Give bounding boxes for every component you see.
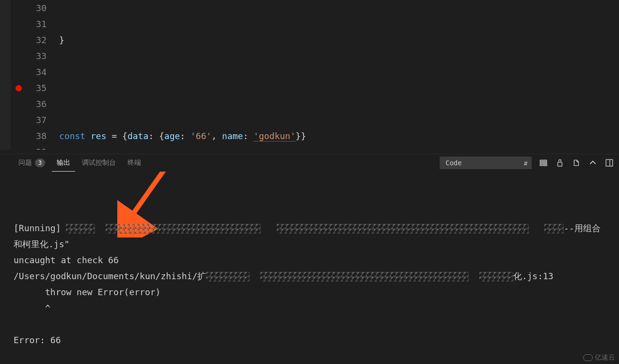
select-value: Code	[445, 159, 462, 167]
line-number: 34	[11, 64, 47, 80]
problems-count-badge: 3	[35, 158, 45, 167]
redacted-block	[260, 272, 469, 282]
tab-label: 问题	[18, 158, 32, 167]
svg-rect-0	[540, 160, 547, 161]
line-number: 31	[11, 16, 47, 32]
svg-rect-2	[540, 164, 544, 165]
line-number: 38	[11, 128, 47, 144]
redacted-block	[479, 272, 513, 282]
line-number: 32	[11, 32, 47, 48]
redacted-block	[106, 224, 261, 234]
bottom-panel: 问题 3 输出 调试控制台 终端 Code ⇵	[0, 154, 619, 364]
line-number: 39	[11, 144, 47, 150]
watermark: 亿速云	[583, 353, 615, 362]
output-line: [Running]	[14, 223, 66, 233]
svg-rect-1	[540, 162, 547, 163]
tab-terminal[interactable]: 终端	[123, 154, 146, 172]
svg-rect-6	[606, 159, 613, 166]
code-token: const	[59, 131, 85, 141]
redacted-block	[206, 272, 250, 282]
chevron-up-icon[interactable]	[588, 158, 598, 168]
open-file-icon[interactable]	[571, 158, 581, 168]
line-number-gutter: 30 31 32 33 34 35 36 37 38 39 40	[11, 0, 59, 150]
chevron-updown-icon: ⇵	[524, 159, 528, 167]
panel-toolbar: Code ⇵	[440, 157, 614, 169]
output-line: uncaught at check 66	[14, 255, 119, 265]
tab-label: 调试控制台	[82, 158, 116, 167]
code-token: }	[59, 35, 64, 45]
activity-bar	[0, 0, 11, 150]
output-line: Error: 66	[14, 335, 61, 345]
code-content[interactable]: } const res = {data: {age: '66', name: '…	[59, 0, 619, 150]
tab-label: 输出	[57, 158, 70, 167]
tab-output[interactable]: 输出	[52, 154, 75, 172]
output-line: /Users/godkun/Documents/kun/zhishi/扩	[14, 271, 206, 281]
lock-scroll-icon[interactable]	[555, 158, 565, 168]
svg-line-9	[126, 172, 175, 224]
output-channel-select[interactable]: Code ⇵	[440, 157, 532, 169]
output-content[interactable]: [Running] --用组合和柯里化.js" uncaught at chec…	[0, 172, 619, 364]
line-number: 37	[11, 112, 47, 128]
svg-rect-5	[558, 162, 562, 166]
line-number: 36	[11, 96, 47, 112]
output-line: ^	[14, 303, 50, 313]
redacted-block	[66, 224, 95, 234]
output-line: 化.js:13	[513, 271, 554, 281]
editor-area[interactable]: 30 31 32 33 34 35 36 37 38 39 40 } const…	[0, 0, 619, 150]
tab-problems[interactable]: 问题 3	[14, 154, 50, 172]
toggle-panel-layout-icon[interactable]	[604, 158, 614, 168]
panel-tab-bar: 问题 3 输出 调试控制台 终端 Code ⇵	[0, 154, 619, 172]
tab-debug-console[interactable]: 调试控制台	[77, 154, 121, 172]
redacted-block	[544, 224, 564, 234]
watermark-text: 亿速云	[595, 353, 615, 362]
line-number: 33	[11, 48, 47, 64]
redacted-block	[277, 224, 529, 234]
clear-output-icon[interactable]	[539, 158, 548, 168]
line-number: 30	[11, 0, 47, 16]
watermark-logo-icon	[583, 354, 593, 361]
output-line: throw new Error(error)	[14, 287, 160, 297]
tab-label: 终端	[127, 158, 141, 167]
line-number-breakpoint[interactable]: 35	[11, 80, 47, 96]
code-token: res	[91, 131, 107, 141]
